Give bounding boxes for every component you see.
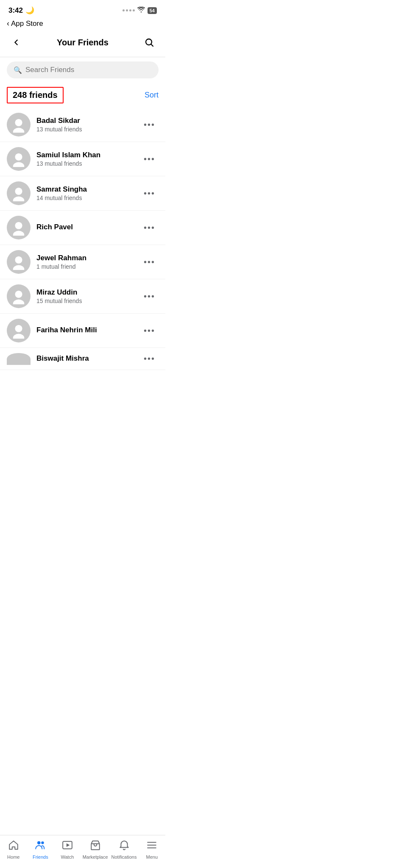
svg-point-4 <box>13 162 25 167</box>
svg-point-14 <box>13 334 25 339</box>
search-bar[interactable]: 🔍 <box>7 61 159 78</box>
friend-mutual: 1 mutual friend <box>36 263 140 270</box>
avatar <box>7 181 31 205</box>
more-options-button[interactable]: ••• <box>140 221 159 234</box>
friend-mutual: 15 mutual friends <box>36 298 140 304</box>
more-options-button[interactable]: ••• <box>140 256 159 269</box>
friend-info: Biswajit Mishra <box>36 354 140 364</box>
svg-point-11 <box>15 291 22 298</box>
back-label: App Store <box>11 19 43 28</box>
more-options-button[interactable]: ••• <box>140 153 159 166</box>
battery-level: 54 <box>150 8 155 13</box>
main-header: Your Friends <box>0 30 165 57</box>
friend-name: Rich Pavel <box>36 223 140 231</box>
friend-name: Badal Sikdar <box>36 117 140 125</box>
back-chevron-icon: ‹ <box>7 19 9 28</box>
list-item: Rich Pavel ••• <box>0 211 165 245</box>
svg-point-6 <box>13 197 25 201</box>
friend-mutual: 13 mutual friends <box>36 160 140 167</box>
more-options-button[interactable]: ••• <box>140 187 159 200</box>
friend-name: Fariha Nehrin Mili <box>36 326 140 334</box>
avatar <box>7 319 31 342</box>
more-options-button[interactable]: ••• <box>140 118 159 131</box>
avatar <box>7 113 31 136</box>
friends-count-box: 248 friends <box>7 87 64 103</box>
friend-name: Samrat Singha <box>36 185 140 194</box>
battery-icon: 54 <box>148 7 157 14</box>
list-item: Samrat Singha 14 mutual friends ••• <box>0 176 165 211</box>
friend-name: Jewel Rahman <box>36 254 140 262</box>
friends-list: Badal Sikdar 13 mutual friends ••• Samiu… <box>0 108 165 370</box>
friends-count-row: 248 friends Sort <box>0 83 165 108</box>
friend-info: Fariha Nehrin Mili <box>36 326 140 335</box>
friend-info: Samrat Singha 14 mutual friends <box>36 185 140 201</box>
list-item: Miraz Uddin 15 mutual friends ••• <box>0 279 165 314</box>
sort-button[interactable]: Sort <box>145 91 159 100</box>
friends-count-label: 248 friends <box>13 90 58 100</box>
app-store-back-bar: ‹ App Store <box>0 17 165 30</box>
search-icon: 🔍 <box>14 66 22 74</box>
svg-point-5 <box>15 188 22 195</box>
more-options-button[interactable]: ••• <box>140 324 159 337</box>
list-item: Biswajit Mishra ••• <box>0 348 165 370</box>
svg-point-13 <box>15 325 22 332</box>
search-input[interactable] <box>25 66 152 74</box>
back-button[interactable]: ‹ App Store <box>7 19 43 28</box>
friend-info: Rich Pavel <box>36 223 140 232</box>
friend-info: Badal Sikdar 13 mutual friends <box>36 117 140 133</box>
friend-name: Samiul Islam Khan <box>36 151 140 159</box>
avatar <box>7 284 31 308</box>
friend-mutual: 14 mutual friends <box>36 195 140 201</box>
avatar <box>7 250 31 274</box>
svg-point-9 <box>15 256 22 264</box>
friend-name: Miraz Uddin <box>36 288 140 297</box>
status-icons: 54 <box>123 7 157 14</box>
search-container: 🔍 <box>0 57 165 83</box>
svg-point-3 <box>15 153 22 161</box>
friend-mutual: 13 mutual friends <box>36 126 140 133</box>
friend-name: Biswajit Mishra <box>36 354 140 363</box>
moon-icon: 🌙 <box>25 6 34 15</box>
status-bar: 3:42 🌙 54 <box>0 0 165 17</box>
svg-point-8 <box>13 231 25 236</box>
svg-point-12 <box>13 300 25 304</box>
friend-info: Jewel Rahman 1 mutual friend <box>36 254 140 270</box>
list-item: Badal Sikdar 13 mutual friends ••• <box>0 108 165 142</box>
avatar-partial <box>7 353 31 365</box>
svg-point-10 <box>13 265 25 270</box>
wifi-icon <box>137 7 145 14</box>
svg-point-2 <box>13 128 25 133</box>
search-header-button[interactable] <box>140 33 159 52</box>
avatar <box>7 216 31 239</box>
list-item: Samiul Islam Khan 13 mutual friends ••• <box>0 142 165 176</box>
list-item: Jewel Rahman 1 mutual friend ••• <box>0 245 165 279</box>
svg-point-7 <box>15 222 22 229</box>
more-options-button[interactable]: ••• <box>140 352 159 365</box>
status-time: 3:42 🌙 <box>8 6 34 15</box>
svg-point-1 <box>15 119 22 126</box>
friend-info: Samiul Islam Khan 13 mutual friends <box>36 151 140 167</box>
more-options-button[interactable]: ••• <box>140 290 159 303</box>
friend-info: Miraz Uddin 15 mutual friends <box>36 288 140 304</box>
avatar <box>7 147 31 171</box>
list-item: Fariha Nehrin Mili ••• <box>0 314 165 348</box>
back-header-button[interactable] <box>7 33 25 52</box>
signal-icon <box>123 9 135 11</box>
time-display: 3:42 <box>8 6 23 15</box>
page-title: Your Friends <box>25 38 140 47</box>
